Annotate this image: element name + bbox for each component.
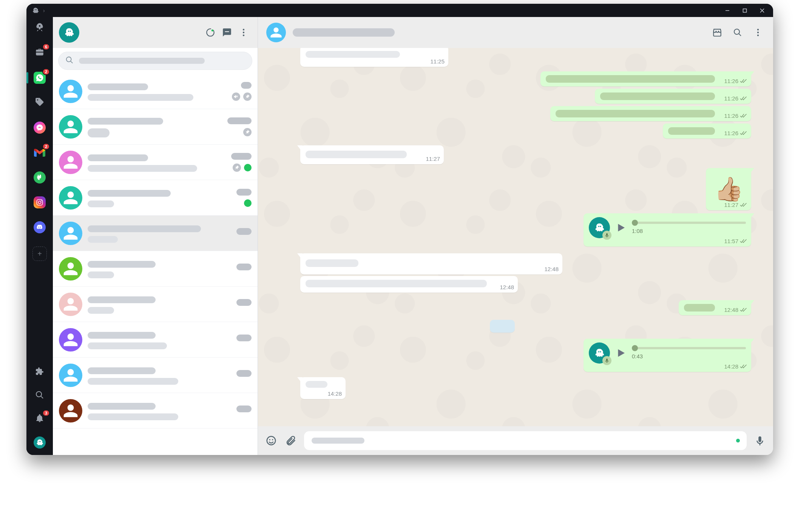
store-button[interactable] [710,26,724,39]
voice-record-button[interactable] [753,434,766,447]
message-out[interactable]: 11:26 [595,89,751,104]
svg-point-7 [243,32,244,33]
chat-item[interactable] [53,109,258,145]
message-out[interactable]: 11:26 [540,71,751,86]
chat-search-input[interactable] [58,52,252,70]
window-close-button[interactable] [753,4,771,17]
message-time: 12:48 [724,307,738,313]
message-in[interactable]: 12:48 [300,276,518,293]
pin-icon [233,163,241,172]
message-input[interactable] [304,431,747,450]
chat-time [227,117,252,124]
message-time: 11:26 [724,130,738,136]
chat-item[interactable] [53,251,258,287]
chat-avatar [59,293,82,316]
chat-avatar [59,364,82,387]
voice-track[interactable] [632,347,746,349]
chat-item[interactable] [53,287,258,322]
window-minimize-button[interactable] [719,4,736,17]
puzzle-icon [35,367,44,378]
voice-play-button[interactable] [615,347,627,359]
chat-avatar [59,222,82,245]
message-in[interactable]: 14:28 [300,377,346,399]
conversation-menu-button[interactable] [751,26,765,39]
rail-account[interactable] [32,435,48,450]
voice-track[interactable] [632,222,746,224]
conversation-search-button[interactable] [731,26,744,39]
evernote-icon [34,171,46,183]
message-in[interactable]: 12:48 [300,253,562,274]
message-out[interactable]: 11:26 [663,123,751,139]
chat-item[interactable] [53,216,258,251]
message-in[interactable]: 11:27 [300,145,444,164]
rail-item-messenger[interactable] [32,120,48,136]
rail-notifications[interactable]: 3 [32,411,48,427]
voice-message-out[interactable]: 0:43 14:28 [584,339,751,372]
rail-badge: 2 [42,68,50,75]
chat-list-panel [53,17,258,455]
message-out[interactable]: 12:48 [679,300,751,315]
chat-item[interactable] [53,74,258,109]
emoji-button[interactable] [265,434,278,447]
date-separator [490,320,515,333]
window-maximize-button[interactable] [736,4,753,17]
search-icon [35,390,44,401]
svg-point-5 [211,29,213,31]
svg-point-3 [41,200,42,201]
svg-point-9 [757,29,759,30]
search-placeholder [79,58,205,64]
rail-item-tags[interactable] [32,95,48,111]
message-out[interactable]: 11:26 [550,106,751,121]
message-time: 12:48 [544,266,559,272]
voice-play-button[interactable] [615,222,627,233]
status-button[interactable] [204,26,217,39]
chat-item[interactable] [53,145,258,180]
conversation-header [258,17,773,48]
whatsapp-pane: 11:25 11:26 11:26 11:26 [53,17,773,455]
pin-icon [243,128,252,136]
voice-duration: 1:08 [632,228,746,234]
chat-item[interactable] [53,358,258,393]
rail-item-rocket[interactable] [32,20,48,36]
rail-item-whatsapp[interactable]: 2 [32,70,48,86]
chat-item[interactable] [53,322,258,358]
chat-item[interactable] [53,393,258,429]
chat-search [53,48,258,74]
conversation-title[interactable] [293,28,395,37]
message-in[interactable]: 11:25 [300,48,448,67]
search-icon [65,56,74,66]
attach-button[interactable] [284,434,297,447]
conversation-body[interactable]: 11:25 11:26 11:26 11:26 [258,48,773,426]
conversation-avatar[interactable] [266,23,286,42]
rail-item-evernote[interactable] [32,170,48,185]
add-service-button[interactable]: + [32,246,48,262]
message-time: 11:26 [724,113,738,119]
chat-avatar [59,80,82,103]
rail-item-briefcase[interactable]: 6 [32,45,48,61]
rail-item-gmail[interactable]: 2 [32,145,48,160]
my-avatar[interactable] [59,22,79,43]
service-rail: 6 2 2 [26,17,53,455]
chat-list[interactable] [53,74,258,455]
rail-badge: 3 [42,410,50,416]
svg-point-14 [272,439,273,440]
chat-list-menu-button[interactable] [237,26,250,39]
new-chat-button[interactable] [221,26,233,39]
rail-item-discord[interactable] [32,219,48,235]
chat-item[interactable] [53,180,258,216]
rail-search[interactable] [32,388,48,404]
voice-message-out[interactable]: 1:08 11:57 [584,213,751,247]
svg-point-10 [757,32,759,33]
rail-item-instagram[interactable] [32,194,48,210]
rail-extensions[interactable] [32,364,48,380]
app-logo-icon [32,7,39,14]
rail-badge: 6 [42,43,50,50]
svg-point-13 [269,439,270,440]
message-out-emoji[interactable]: 👍🏼 11:27 [706,168,751,210]
chat-time [241,82,252,89]
discord-icon [34,221,46,233]
typing-indicator-icon [736,439,740,443]
chat-time [236,335,252,341]
online-dot [244,164,252,171]
app-window: › 6 2 2 [26,4,773,455]
